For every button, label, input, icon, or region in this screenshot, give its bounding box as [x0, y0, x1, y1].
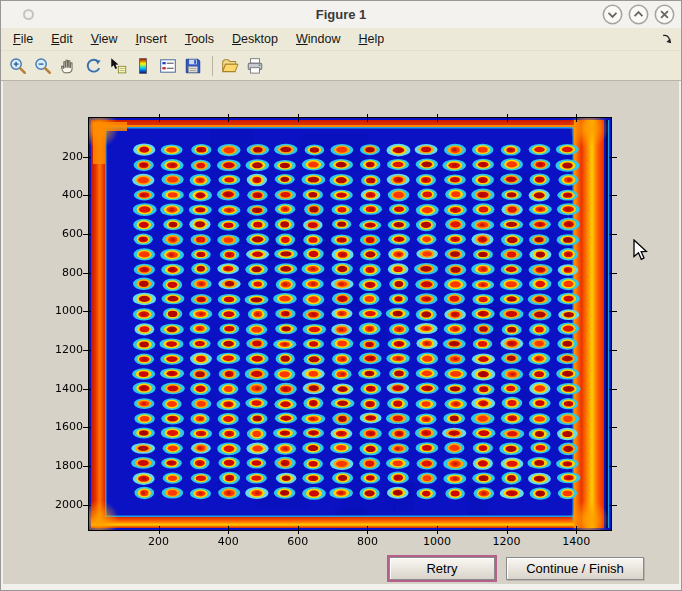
- close-icon: [654, 4, 675, 25]
- y-tick-label: 1200: [33, 343, 83, 356]
- chevron-up-icon: [628, 4, 649, 25]
- axis-tick: [83, 505, 91, 506]
- menu-bar: File Edit View Insert Tools Desktop Wind…: [1, 28, 681, 51]
- save-icon: [184, 57, 202, 75]
- axis-tick: [83, 350, 91, 351]
- axis-tick: [437, 526, 438, 534]
- menu-item-help[interactable]: Help: [358, 32, 384, 46]
- continue-finish-button[interactable]: Continue / Finish: [506, 557, 644, 580]
- save-figure-button[interactable]: [182, 54, 206, 78]
- menu-item-file[interactable]: File: [13, 32, 33, 46]
- open-file-button[interactable]: [219, 54, 243, 78]
- open-folder-icon: [221, 57, 239, 75]
- x-tick-label: 400: [218, 535, 239, 548]
- axis-tick: [576, 526, 577, 534]
- data-cursor-icon: [109, 57, 127, 75]
- zoom-out-button[interactable]: [32, 54, 56, 78]
- menu-item-tools[interactable]: Tools: [185, 32, 214, 46]
- retry-button[interactable]: Retry: [389, 557, 495, 580]
- zoom-in-button[interactable]: [7, 54, 31, 78]
- axis-tick: [298, 526, 299, 534]
- axis-tick: [609, 427, 617, 428]
- print-figure-button[interactable]: [244, 54, 268, 78]
- axis-tick: [83, 466, 91, 467]
- menu-item-desktop[interactable]: Desktop: [232, 32, 278, 46]
- rotate-3d-icon: [84, 57, 102, 75]
- y-tick-label: 800: [33, 266, 83, 279]
- axis-tick: [83, 157, 91, 158]
- figure-canvas-area: Retry Continue / Finish 2004006008001000…: [3, 81, 679, 584]
- x-tick-label: 1400: [562, 535, 590, 548]
- axis-tick: [609, 466, 617, 467]
- toolbar-separator: [212, 56, 213, 76]
- y-tick-label: 1400: [33, 382, 83, 395]
- axis-tick: [159, 114, 160, 122]
- pan-button[interactable]: [57, 54, 81, 78]
- axis-tick: [83, 273, 91, 274]
- axis-tick: [507, 114, 508, 122]
- plot-axes: [88, 117, 612, 531]
- axis-tick: [609, 157, 617, 158]
- axis-tick: [83, 389, 91, 390]
- insert-legend-button[interactable]: [157, 54, 181, 78]
- axis-tick: [609, 273, 617, 274]
- axis-tick: [83, 427, 91, 428]
- axis-tick: [609, 234, 617, 235]
- axis-tick: [228, 114, 229, 122]
- mouse-cursor: [633, 239, 648, 262]
- print-icon: [246, 57, 264, 75]
- zoom-out-icon: [34, 57, 52, 75]
- x-tick-label: 1000: [423, 535, 451, 548]
- axis-tick: [83, 311, 91, 312]
- axis-tick: [298, 114, 299, 122]
- title-bar[interactable]: Figure 1: [1, 1, 681, 28]
- figure-window: Figure 1 File Edit View Insert Tools Des…: [0, 0, 682, 591]
- menu-item-view[interactable]: View: [91, 32, 118, 46]
- chevron-down-icon: [602, 4, 623, 25]
- axis-tick: [83, 195, 91, 196]
- axis-tick: [609, 389, 617, 390]
- y-tick-label: 200: [33, 150, 83, 163]
- axis-tick: [367, 526, 368, 534]
- x-tick-label: 200: [148, 535, 169, 548]
- axis-tick: [159, 526, 160, 534]
- axis-tick: [576, 114, 577, 122]
- axis-tick: [83, 234, 91, 235]
- window-title: Figure 1: [1, 7, 681, 22]
- y-tick-label: 1600: [33, 420, 83, 433]
- y-tick-label: 600: [33, 227, 83, 240]
- minimize-button[interactable]: [602, 4, 623, 25]
- y-tick-label: 1000: [33, 304, 83, 317]
- legend-icon: [159, 57, 177, 75]
- y-tick-label: 400: [33, 188, 83, 201]
- data-cursor-button[interactable]: [107, 54, 131, 78]
- x-tick-label: 600: [287, 535, 308, 548]
- maximize-button[interactable]: [628, 4, 649, 25]
- axis-tick: [609, 350, 617, 351]
- menu-item-window[interactable]: Window: [296, 32, 340, 46]
- x-tick-label: 1200: [493, 535, 521, 548]
- colorbar-button[interactable]: [132, 54, 156, 78]
- colorbar-icon: [134, 57, 152, 75]
- axis-tick: [609, 311, 617, 312]
- pan-hand-icon: [59, 57, 77, 75]
- axis-tick: [437, 114, 438, 122]
- dock-figure-icon[interactable]: [661, 33, 673, 45]
- zoom-in-icon: [9, 57, 27, 75]
- axis-tick: [609, 195, 617, 196]
- close-button[interactable]: [654, 4, 675, 25]
- axis-tick: [609, 505, 617, 506]
- toolbar: [1, 51, 681, 81]
- axis-tick: [228, 526, 229, 534]
- window-menu-icon[interactable]: [23, 9, 34, 20]
- y-tick-label: 1800: [33, 459, 83, 472]
- x-tick-label: 800: [357, 535, 378, 548]
- microplate-heatmap-image[interactable]: [89, 118, 611, 530]
- rotate-3d-button[interactable]: [82, 54, 106, 78]
- y-tick-label: 2000: [33, 498, 83, 511]
- menu-item-insert[interactable]: Insert: [136, 32, 167, 46]
- axis-tick: [367, 114, 368, 122]
- window-controls: [602, 4, 675, 25]
- axis-tick: [507, 526, 508, 534]
- menu-item-edit[interactable]: Edit: [51, 32, 73, 46]
